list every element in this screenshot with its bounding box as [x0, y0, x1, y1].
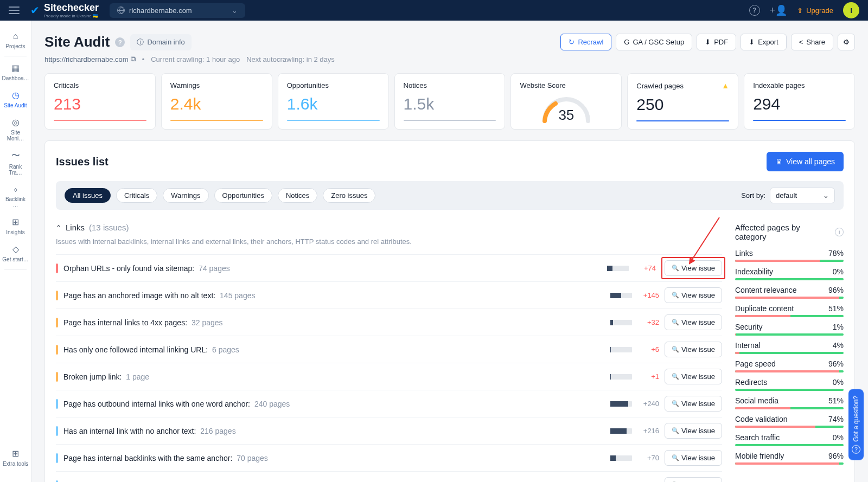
recrawl-button[interactable]: ↻Recrawl — [560, 34, 611, 50]
category-row[interactable]: Search traffic0% — [735, 433, 844, 446]
view-issue-button[interactable]: 🔍View issue — [665, 260, 722, 276]
nav-item-get-start-[interactable]: ◇Get start… — [0, 240, 31, 267]
settings-button[interactable]: ⚙ — [838, 34, 855, 50]
category-row[interactable]: Mobile friendly96% — [735, 452, 844, 465]
stat-card-warnings[interactable]: Warnings2.4k — [161, 73, 272, 130]
stat-card-crawled-pages[interactable]: Crawled pages▲250 — [627, 73, 738, 130]
stat-card-opportunities[interactable]: Opportunities1.6k — [278, 73, 389, 130]
view-issue-button[interactable]: 🔍View issue — [665, 314, 722, 330]
site-url-link[interactable]: https://richardbernabe.com ⧉ — [44, 55, 136, 63]
view-issue-button[interactable]: 🔍View issue — [665, 396, 722, 412]
mini-bar — [610, 347, 632, 352]
view-issue-button[interactable]: 🔍View issue — [665, 477, 722, 482]
filter-pill-zero-issues[interactable]: Zero issues — [323, 188, 375, 203]
nav-item-rank-tra-[interactable]: 〜Rank Tra… — [0, 146, 31, 180]
issue-title[interactable]: Page has outbound internal links with on… — [63, 400, 290, 408]
stat-card-criticals[interactable]: Criticals213 — [44, 73, 156, 130]
category-row[interactable]: Internal4% — [735, 341, 844, 354]
issue-pages: 70 pages — [234, 454, 268, 462]
category-row[interactable]: Page speed96% — [735, 359, 844, 372]
severity-indicator — [56, 318, 58, 327]
nav-item-site-audit[interactable]: ◷Site Audit — [0, 86, 31, 113]
stat-card-website-score[interactable]: Website Score 35 — [510, 73, 622, 130]
issue-row: Page has less than 10 internal backlinks… — [56, 471, 722, 482]
avatar[interactable]: I — [843, 2, 859, 18]
nav-icon: ◷ — [12, 90, 20, 100]
section-links-header[interactable]: ⌃ Links (13 issues) — [56, 223, 722, 232]
nav-extra-tools[interactable]: ⊞ Extra tools — [0, 444, 31, 471]
issue-pages: 32 pages — [189, 318, 223, 327]
issue-title[interactable]: Orphan URLs - only found via sitemap: 74… — [63, 264, 230, 273]
nav-item-backlink-[interactable]: ⬨Backlink … — [0, 180, 31, 213]
hamburger-menu[interactable] — [9, 7, 20, 14]
category-row[interactable]: Social media51% — [735, 396, 844, 409]
delta-value: +1 — [637, 372, 659, 381]
export-button[interactable]: ⬇Export — [741, 34, 787, 50]
info-icon[interactable]: i — [835, 228, 844, 236]
upgrade-link[interactable]: ⇧ Upgrade — [797, 7, 833, 15]
view-issue-button[interactable]: 🔍View issue — [665, 423, 722, 439]
category-row[interactable]: Duplicate content51% — [735, 304, 844, 317]
nav-icon: 〜 — [11, 150, 20, 162]
sort-select[interactable]: default ⌄ — [770, 188, 835, 203]
filter-pill-notices[interactable]: Notices — [278, 188, 317, 203]
issue-row: Page has outbound internal links with on… — [56, 390, 722, 417]
help-icon[interactable]: ? — [749, 5, 760, 16]
pdf-button[interactable]: ⬇PDF — [697, 34, 736, 50]
gear-icon: ⚙ — [843, 38, 850, 46]
domain-info-button[interactable]: ⓘ Domain info — [130, 34, 191, 50]
issue-pages: 1 page — [124, 372, 149, 381]
nav-item-projects[interactable]: ⌂Projects — [0, 27, 31, 54]
severity-indicator — [56, 264, 58, 273]
share-icon: < — [799, 38, 803, 46]
nav-item-site-moni-[interactable]: ◎Site Moni… — [0, 113, 31, 146]
stat-card-notices[interactable]: Notices1.5k — [394, 73, 506, 130]
category-row[interactable]: Code validation74% — [735, 415, 844, 428]
view-issue-button[interactable]: 🔍View issue — [665, 369, 722, 384]
issue-title[interactable]: Page has internal links to 4xx pages: 32… — [63, 318, 223, 327]
help-widget[interactable]: ? Got a question? — [848, 389, 864, 460]
filter-pill-criticals[interactable]: Criticals — [116, 188, 157, 203]
filter-pill-warnings[interactable]: Warnings — [163, 188, 208, 203]
nav-item-insights[interactable]: ⊞Insights — [0, 213, 31, 240]
logo[interactable]: ✔ Sitechecker Proudly made in Ukraine 🇺🇦 — [30, 2, 99, 18]
category-row[interactable]: Redirects0% — [735, 378, 844, 391]
chevron-up-icon: ⌃ — [56, 224, 61, 232]
view-issue-button[interactable]: 🔍View issue — [665, 287, 722, 303]
view-issue-button[interactable]: 🔍View issue — [665, 450, 722, 466]
issue-row: Page has internal backlinks with the sam… — [56, 444, 722, 471]
issue-title[interactable]: Has only one followed internal linking U… — [63, 345, 239, 354]
page-header: Site Audit ? ⓘ Domain info https://richa… — [44, 34, 855, 63]
issue-title[interactable]: Page has internal backlinks with the sam… — [63, 454, 268, 462]
view-issue-button[interactable]: 🔍View issue — [665, 342, 722, 357]
category-row[interactable]: Indexability0% — [735, 267, 844, 280]
nav-icon: ◇ — [12, 244, 19, 254]
nav-item-dashboa-[interactable]: ▦Dashboa… — [0, 59, 31, 86]
ga-gsc-button[interactable]: GGA / GSC Setup — [616, 34, 692, 50]
crawl-current: Current crawling: 1 hour ago — [151, 55, 240, 63]
sort-label: Sort by: — [741, 191, 765, 200]
title-help-icon[interactable]: ? — [115, 37, 125, 47]
domain-selector[interactable]: richardbernabe.com ⌄ — [110, 3, 245, 18]
issue-title[interactable]: Broken jump link: 1 page — [63, 372, 149, 381]
filter-pill-opportunities[interactable]: Opportunities — [214, 188, 272, 203]
share-button[interactable]: <Share — [791, 34, 833, 50]
search-icon: 🔍 — [672, 319, 679, 326]
category-row[interactable]: Content relevance96% — [735, 286, 844, 299]
view-all-pages-button[interactable]: 🗎 View all pages — [767, 152, 844, 171]
issue-title[interactable]: Has an internal link with no anchor text… — [63, 427, 236, 435]
delta-value: +145 — [637, 291, 659, 299]
add-user-icon[interactable]: +👤 — [770, 4, 788, 16]
stat-card-indexable-pages[interactable]: Indexable pages294 — [744, 73, 855, 130]
filter-bar: All issuesCriticalsWarningsOpportunities… — [56, 181, 844, 210]
severity-indicator — [56, 399, 58, 409]
category-row[interactable]: Links78% — [735, 249, 844, 262]
issue-title[interactable]: Page has an anchored image with no alt t… — [63, 291, 255, 300]
mini-bar — [610, 320, 632, 325]
delta-value: +240 — [637, 400, 659, 408]
chevron-down-icon: ⌄ — [232, 7, 238, 15]
severity-indicator — [56, 291, 58, 300]
category-row[interactable]: Security1% — [735, 323, 844, 336]
filter-pill-all-issues[interactable]: All issues — [65, 188, 111, 203]
issues-title: Issues list — [56, 156, 108, 168]
